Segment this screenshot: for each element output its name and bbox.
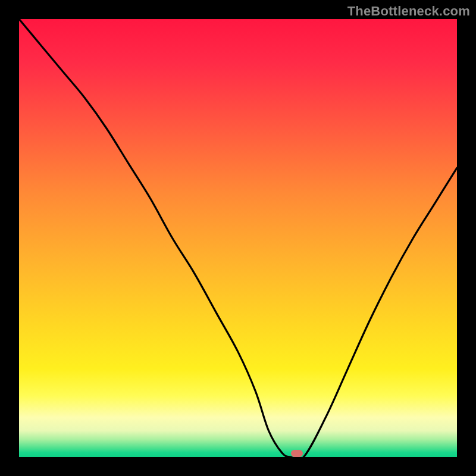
bottleneck-curve-svg xyxy=(19,19,457,457)
watermark-text: TheBottleneck.com xyxy=(347,4,470,19)
optimum-marker xyxy=(291,450,303,457)
bottleneck-curve-path xyxy=(19,19,457,457)
chart-plot-area xyxy=(19,19,457,457)
